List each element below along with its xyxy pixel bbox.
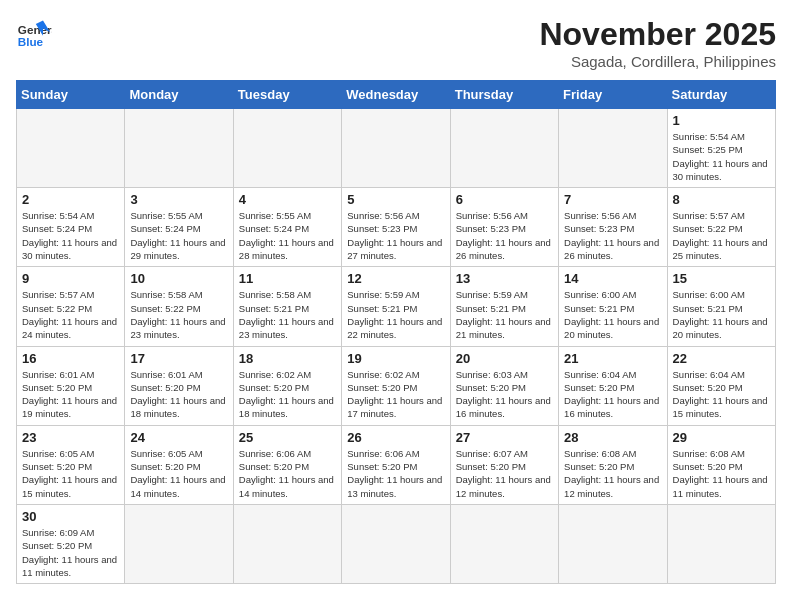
day-info: Sunrise: 5:59 AMSunset: 5:21 PMDaylight:… <box>456 288 553 341</box>
calendar-week-5: 23Sunrise: 6:05 AMSunset: 5:20 PMDayligh… <box>17 425 776 504</box>
calendar-cell: 18Sunrise: 6:02 AMSunset: 5:20 PMDayligh… <box>233 346 341 425</box>
day-info: Sunrise: 6:06 AMSunset: 5:20 PMDaylight:… <box>347 447 444 500</box>
calendar: SundayMondayTuesdayWednesdayThursdayFrid… <box>16 80 776 584</box>
day-number: 1 <box>673 113 770 128</box>
calendar-cell: 25Sunrise: 6:06 AMSunset: 5:20 PMDayligh… <box>233 425 341 504</box>
calendar-cell: 13Sunrise: 5:59 AMSunset: 5:21 PMDayligh… <box>450 267 558 346</box>
calendar-week-4: 16Sunrise: 6:01 AMSunset: 5:20 PMDayligh… <box>17 346 776 425</box>
weekday-header-saturday: Saturday <box>667 81 775 109</box>
day-info: Sunrise: 6:08 AMSunset: 5:20 PMDaylight:… <box>564 447 661 500</box>
calendar-cell <box>559 109 667 188</box>
day-number: 9 <box>22 271 119 286</box>
calendar-cell: 2Sunrise: 5:54 AMSunset: 5:24 PMDaylight… <box>17 188 125 267</box>
day-number: 7 <box>564 192 661 207</box>
day-info: Sunrise: 6:03 AMSunset: 5:20 PMDaylight:… <box>456 368 553 421</box>
day-number: 24 <box>130 430 227 445</box>
day-number: 26 <box>347 430 444 445</box>
weekday-header-tuesday: Tuesday <box>233 81 341 109</box>
day-number: 5 <box>347 192 444 207</box>
calendar-cell: 19Sunrise: 6:02 AMSunset: 5:20 PMDayligh… <box>342 346 450 425</box>
day-info: Sunrise: 6:05 AMSunset: 5:20 PMDaylight:… <box>130 447 227 500</box>
day-number: 28 <box>564 430 661 445</box>
calendar-cell: 30Sunrise: 6:09 AMSunset: 5:20 PMDayligh… <box>17 504 125 583</box>
calendar-cell: 11Sunrise: 5:58 AMSunset: 5:21 PMDayligh… <box>233 267 341 346</box>
calendar-week-6: 30Sunrise: 6:09 AMSunset: 5:20 PMDayligh… <box>17 504 776 583</box>
calendar-cell: 17Sunrise: 6:01 AMSunset: 5:20 PMDayligh… <box>125 346 233 425</box>
day-info: Sunrise: 5:58 AMSunset: 5:21 PMDaylight:… <box>239 288 336 341</box>
day-info: Sunrise: 5:59 AMSunset: 5:21 PMDaylight:… <box>347 288 444 341</box>
day-info: Sunrise: 5:56 AMSunset: 5:23 PMDaylight:… <box>564 209 661 262</box>
day-number: 15 <box>673 271 770 286</box>
weekday-header-friday: Friday <box>559 81 667 109</box>
day-info: Sunrise: 6:01 AMSunset: 5:20 PMDaylight:… <box>22 368 119 421</box>
calendar-week-1: 1Sunrise: 5:54 AMSunset: 5:25 PMDaylight… <box>17 109 776 188</box>
calendar-cell <box>559 504 667 583</box>
day-number: 30 <box>22 509 119 524</box>
calendar-cell: 7Sunrise: 5:56 AMSunset: 5:23 PMDaylight… <box>559 188 667 267</box>
day-number: 23 <box>22 430 119 445</box>
day-info: Sunrise: 6:04 AMSunset: 5:20 PMDaylight:… <box>673 368 770 421</box>
day-number: 27 <box>456 430 553 445</box>
day-number: 21 <box>564 351 661 366</box>
day-info: Sunrise: 6:00 AMSunset: 5:21 PMDaylight:… <box>564 288 661 341</box>
day-info: Sunrise: 5:54 AMSunset: 5:25 PMDaylight:… <box>673 130 770 183</box>
day-info: Sunrise: 6:06 AMSunset: 5:20 PMDaylight:… <box>239 447 336 500</box>
day-number: 22 <box>673 351 770 366</box>
calendar-cell <box>342 504 450 583</box>
day-info: Sunrise: 6:08 AMSunset: 5:20 PMDaylight:… <box>673 447 770 500</box>
day-number: 29 <box>673 430 770 445</box>
day-info: Sunrise: 5:55 AMSunset: 5:24 PMDaylight:… <box>239 209 336 262</box>
calendar-cell <box>342 109 450 188</box>
calendar-week-2: 2Sunrise: 5:54 AMSunset: 5:24 PMDaylight… <box>17 188 776 267</box>
calendar-cell <box>233 109 341 188</box>
calendar-cell <box>233 504 341 583</box>
calendar-cell <box>125 504 233 583</box>
day-info: Sunrise: 6:09 AMSunset: 5:20 PMDaylight:… <box>22 526 119 579</box>
day-info: Sunrise: 6:01 AMSunset: 5:20 PMDaylight:… <box>130 368 227 421</box>
calendar-cell: 8Sunrise: 5:57 AMSunset: 5:22 PMDaylight… <box>667 188 775 267</box>
day-info: Sunrise: 6:07 AMSunset: 5:20 PMDaylight:… <box>456 447 553 500</box>
day-number: 4 <box>239 192 336 207</box>
day-number: 11 <box>239 271 336 286</box>
weekday-header-sunday: Sunday <box>17 81 125 109</box>
calendar-cell: 9Sunrise: 5:57 AMSunset: 5:22 PMDaylight… <box>17 267 125 346</box>
title-section: November 2025 Sagada, Cordillera, Philip… <box>539 16 776 70</box>
calendar-cell: 20Sunrise: 6:03 AMSunset: 5:20 PMDayligh… <box>450 346 558 425</box>
location-title: Sagada, Cordillera, Philippines <box>539 53 776 70</box>
calendar-cell: 16Sunrise: 6:01 AMSunset: 5:20 PMDayligh… <box>17 346 125 425</box>
month-title: November 2025 <box>539 16 776 53</box>
calendar-cell: 22Sunrise: 6:04 AMSunset: 5:20 PMDayligh… <box>667 346 775 425</box>
day-number: 8 <box>673 192 770 207</box>
calendar-cell <box>450 109 558 188</box>
day-number: 12 <box>347 271 444 286</box>
day-number: 13 <box>456 271 553 286</box>
day-number: 17 <box>130 351 227 366</box>
day-info: Sunrise: 6:04 AMSunset: 5:20 PMDaylight:… <box>564 368 661 421</box>
calendar-cell: 26Sunrise: 6:06 AMSunset: 5:20 PMDayligh… <box>342 425 450 504</box>
calendar-cell <box>17 109 125 188</box>
calendar-cell: 14Sunrise: 6:00 AMSunset: 5:21 PMDayligh… <box>559 267 667 346</box>
calendar-cell <box>667 504 775 583</box>
day-info: Sunrise: 5:55 AMSunset: 5:24 PMDaylight:… <box>130 209 227 262</box>
calendar-cell <box>450 504 558 583</box>
day-info: Sunrise: 5:57 AMSunset: 5:22 PMDaylight:… <box>673 209 770 262</box>
calendar-cell: 29Sunrise: 6:08 AMSunset: 5:20 PMDayligh… <box>667 425 775 504</box>
day-number: 20 <box>456 351 553 366</box>
day-number: 14 <box>564 271 661 286</box>
day-number: 19 <box>347 351 444 366</box>
day-info: Sunrise: 5:56 AMSunset: 5:23 PMDaylight:… <box>456 209 553 262</box>
day-number: 6 <box>456 192 553 207</box>
day-info: Sunrise: 5:57 AMSunset: 5:22 PMDaylight:… <box>22 288 119 341</box>
header: General Blue November 2025 Sagada, Cordi… <box>16 16 776 70</box>
day-number: 2 <box>22 192 119 207</box>
calendar-cell: 10Sunrise: 5:58 AMSunset: 5:22 PMDayligh… <box>125 267 233 346</box>
weekday-header-thursday: Thursday <box>450 81 558 109</box>
calendar-cell: 21Sunrise: 6:04 AMSunset: 5:20 PMDayligh… <box>559 346 667 425</box>
day-number: 18 <box>239 351 336 366</box>
day-info: Sunrise: 5:56 AMSunset: 5:23 PMDaylight:… <box>347 209 444 262</box>
day-number: 25 <box>239 430 336 445</box>
calendar-cell: 15Sunrise: 6:00 AMSunset: 5:21 PMDayligh… <box>667 267 775 346</box>
calendar-cell: 6Sunrise: 5:56 AMSunset: 5:23 PMDaylight… <box>450 188 558 267</box>
day-info: Sunrise: 5:54 AMSunset: 5:24 PMDaylight:… <box>22 209 119 262</box>
calendar-cell: 4Sunrise: 5:55 AMSunset: 5:24 PMDaylight… <box>233 188 341 267</box>
